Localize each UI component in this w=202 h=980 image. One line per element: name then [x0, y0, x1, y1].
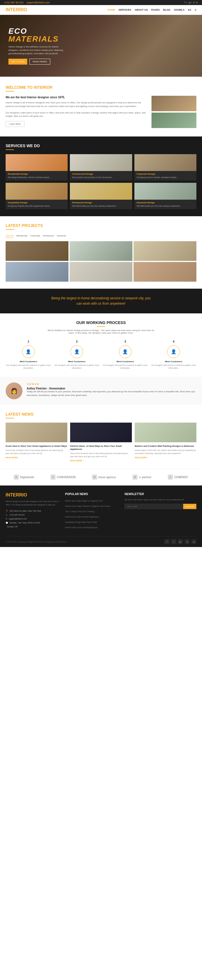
testimonial-name: Astley Fletcher - Homemaker [27, 387, 196, 390]
footer-link-a-4[interactable]: Know How to Store Kitchen Appliances [65, 516, 99, 518]
footer-link-5: Hospitality Design Ideas Store Small [65, 520, 119, 524]
footer-newsletter: Newsletter We don't only build to space … [124, 493, 196, 530]
hero-buttons: GET IT NOW READ PAGES [8, 59, 65, 65]
get-it-now-button[interactable]: GET IT NOW [8, 59, 27, 65]
footer-link-a-5[interactable]: Hospitality Design Ideas Store Small [65, 521, 97, 523]
service-img-commercial [70, 154, 132, 171]
process-underline [97, 326, 105, 327]
footer-hours: 🕐Monday - Sat / Day: 08:00 to 18:00 [6, 521, 59, 525]
tab-corporate[interactable]: Corporate [30, 234, 40, 238]
footer-address: 📍226 interio inc place, New York USA [6, 509, 59, 513]
project-item-1[interactable] [6, 241, 68, 261]
welcome-images [151, 96, 196, 128]
welcome-content: We are the best Interior designer since … [6, 96, 196, 128]
read-more-2[interactable]: READ MORE › [70, 460, 132, 461]
step-title-1: Meet Customers [6, 360, 51, 363]
process-description: We've distilled our interior design proc… [45, 329, 157, 334]
learn-more-button[interactable]: Learn More [6, 121, 24, 127]
project-item-6[interactable] [134, 262, 196, 282]
nav-about[interactable]: ABOUT US [135, 8, 148, 11]
footer-link-a-3[interactable]: The 7 Unique Tricks For Creating... [65, 511, 95, 512]
service-card-commercial: Commercial Design Best projects and prod… [70, 154, 132, 181]
newsletter-subscribe-button[interactable]: Subscribe [183, 504, 196, 509]
footer-link-a-2[interactable]: Kitchen and Unique Places to Organize Yo… [65, 505, 110, 507]
newsletter-form: Subscribe [124, 504, 196, 509]
project-item-5[interactable] [70, 262, 132, 282]
google-icon[interactable]: g+ [189, 1, 192, 4]
news-card-3: Modern and Creative Wall Painting Design… [135, 423, 196, 461]
news-title: LATEST NEWS [6, 412, 196, 417]
projects-grid [6, 241, 196, 282]
step-desc-3: Our designer will meet the customer to g… [102, 364, 148, 370]
step-icon-3: 👤 [119, 345, 132, 358]
step-icon-2: 👤 [70, 345, 83, 358]
process-step-1: 1 👤 Meet Customers Our designer will mee… [6, 340, 51, 370]
digitalside-icon: D [14, 474, 19, 480]
projects-title: LATEST PROJECTS [6, 223, 196, 228]
process-step-3: 3 👤 Meet Customers Our designer will mee… [102, 340, 148, 370]
project-item-2[interactable] [70, 241, 132, 261]
nav-services[interactable]: SERVICES [118, 8, 131, 11]
twitter-icon[interactable]: t [186, 1, 188, 4]
news-title-2: Kitchen Ideas: 11 Neat Ways to Store You… [70, 444, 132, 451]
nav-pages[interactable]: PAGES [151, 8, 160, 11]
partner-star: ★ ☆ partner [132, 474, 151, 480]
welcome-heading: We are the best Interior designer since … [6, 96, 147, 99]
service-info-commercial: Commercial Design Best projects and prod… [70, 171, 132, 181]
footer-google-icon[interactable]: g+ [178, 539, 183, 544]
footer-twitter-icon[interactable]: t [171, 539, 176, 544]
partner-name-company: COMPANY [174, 476, 188, 479]
service-desc-corporate: Changing business climate, workplace des… [137, 176, 194, 179]
partners-section: D Digitalside C CONVERSION M move agency… [0, 469, 202, 485]
nav-k2[interactable]: K2 [188, 8, 191, 11]
email-link[interactable]: support@interio.com [26, 1, 50, 4]
projects-tabs: View All Residential Corporate Restauran… [6, 234, 196, 238]
service-desc-industrial: Will differentiate you from the ordinary… [137, 205, 194, 207]
service-name-corporate: Corporate Design [137, 173, 194, 175]
newsletter-input[interactable] [124, 504, 183, 509]
footer-link-6: Kitchen Ideas Store Small Appliances [65, 525, 119, 529]
welcome-para1: Interior design is all of interior desig… [6, 101, 147, 108]
top-bar-contact: (+01) 987 89 023 support@interio.com [4, 1, 52, 4]
tab-view-all[interactable]: View All [6, 234, 13, 238]
dribbble-icon[interactable]: d [193, 1, 194, 4]
menu-icon[interactable]: ≡ [195, 8, 196, 11]
welcome-underline [6, 91, 14, 92]
project-item-3[interactable] [134, 241, 196, 261]
top-social-icons: f t g+ d in [185, 1, 198, 4]
read-more-3[interactable]: READ MORE › [135, 457, 196, 458]
footer-dribbble-icon[interactable]: d [185, 539, 190, 544]
read-more-1[interactable]: READ MORE › [6, 457, 67, 458]
footer-phone: 📞(+01) 987 89 023 [6, 513, 59, 517]
tab-industrial[interactable]: Industrial [57, 234, 66, 238]
service-desc-hospitality: Designing Hospital area with equipments … [8, 205, 65, 207]
news-title-3: Modern and Creative Wall Painting Design… [135, 444, 196, 448]
footer-facebook-icon[interactable]: f [164, 539, 169, 544]
service-name-restaurant: Restaurant Design [72, 201, 130, 204]
process-title: OUR WORKING PROCESS [6, 320, 196, 325]
step-num-2: 2 [54, 340, 100, 343]
footer-linkedin-icon[interactable]: in [191, 539, 196, 544]
tab-restaurant[interactable]: Restaurant [43, 234, 54, 238]
footer-link-a-1[interactable]: Interior and Unique Ways to Organize You… [65, 500, 104, 502]
linkedin-icon[interactable]: in [196, 1, 198, 4]
service-info-industrial: Industrial Design Will differentiate you… [134, 200, 196, 209]
nav-joomla[interactable]: JOOMLA [174, 8, 185, 11]
project-item-4[interactable] [6, 262, 68, 282]
facebook-icon[interactable]: f [185, 1, 185, 4]
phone-link[interactable]: (+01) 987 89 023 [4, 1, 24, 4]
step-title-2: Meet Customers [54, 360, 100, 363]
footer-link-1: Interior and Unique Ways to Organize You… [65, 498, 119, 502]
footer-link-a-6[interactable]: Kitchen Ideas Store Small Appliances [65, 527, 98, 528]
testimonial-section: 👩 ★★★★★ Astley Fletcher - Homemaker Toda… [0, 377, 202, 405]
nav-blog[interactable]: BLOG [163, 8, 170, 11]
partner-name-digitalside: Digitalside [20, 476, 34, 479]
footer-newsletter-title: Newsletter [124, 493, 196, 496]
read-pages-button[interactable]: READ PAGES [29, 59, 50, 65]
process-step-4: 4 👤 Meet Customers Our designer will mee… [151, 340, 197, 370]
tab-residential[interactable]: Residential [16, 234, 27, 238]
step-desc-2: Our designer will meet the customer to g… [54, 364, 100, 370]
news-img-1 [6, 423, 67, 442]
service-img-corporate [134, 154, 196, 171]
nav-home[interactable]: HOME [107, 8, 115, 11]
